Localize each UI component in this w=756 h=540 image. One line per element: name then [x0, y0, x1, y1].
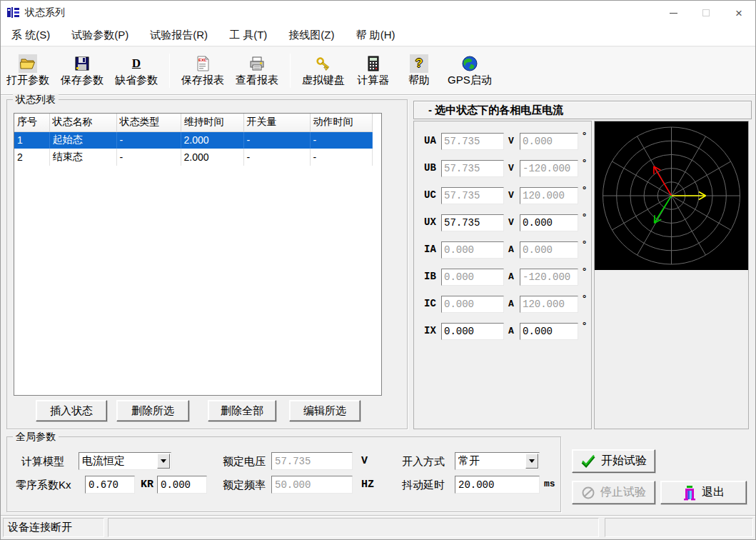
rated-voltage-unit: V — [361, 455, 368, 467]
input-mode-label: 开入方式 — [402, 455, 445, 469]
delete-selected-button[interactable]: 删除所选 — [116, 400, 189, 421]
ia-angle-input — [520, 241, 578, 259]
insert-state-button[interactable]: 插入状态 — [36, 400, 107, 421]
field-label: IA — [424, 244, 436, 255]
open-params-button[interactable]: 打开参数 — [1, 53, 55, 89]
calc-model-combobox[interactable]: 电流恒定 — [79, 452, 171, 470]
col-header[interactable]: 状态类型 — [116, 114, 181, 131]
jitter-delay-label: 抖动延时 — [402, 479, 445, 492]
rated-voltage-input — [271, 452, 353, 470]
phasor-panel — [594, 121, 749, 429]
field-unit: A — [508, 326, 514, 336]
field-row-ix: IX A ° — [414, 323, 591, 340]
window-title: 状态系列 — [25, 6, 65, 19]
open-folder-icon — [19, 54, 37, 73]
menu-test-report[interactable]: 试验报告(R) — [139, 25, 218, 46]
phasor-display — [595, 121, 748, 270]
input-mode-combobox[interactable]: 常开 — [455, 452, 540, 470]
global-params-group-title: 全局参数 — [13, 431, 59, 444]
default-params-button[interactable]: D 缺省参数 — [109, 53, 163, 89]
uc-value-input — [441, 187, 504, 204]
cell: - — [243, 149, 310, 166]
degree-symbol: ° — [583, 293, 586, 304]
toolbar-separator — [169, 54, 170, 88]
menu-tools[interactable]: 工 具(T) — [218, 25, 278, 46]
chevron-down-icon[interactable] — [157, 454, 170, 469]
ix-value-input[interactable] — [441, 323, 504, 340]
ix-angle-input[interactable] — [520, 323, 578, 340]
col-header[interactable]: 维持时间 — [181, 114, 243, 131]
ub-angle-input — [520, 160, 578, 177]
view-report-button[interactable]: 查看报表 — [230, 53, 284, 89]
field-unit: A — [508, 244, 514, 255]
menu-help[interactable]: 帮 助(H) — [345, 25, 405, 46]
save-params-button[interactable]: 保存参数 — [55, 53, 109, 89]
status-connection: 设备连接断开 — [3, 518, 104, 537]
virtual-keyboard-button[interactable]: 虚拟键盘 — [296, 53, 351, 89]
field-row-ua: UA V ° — [414, 133, 591, 150]
cell: - — [116, 149, 181, 166]
field-row-uc: UC V ° — [414, 187, 591, 204]
exit-door-icon — [682, 485, 697, 501]
cell: 起始态 — [49, 131, 116, 149]
ib-angle-input — [520, 269, 578, 286]
delete-all-button[interactable]: 删除全部 — [208, 400, 276, 421]
degree-symbol: ° — [583, 157, 586, 168]
state-table[interactable]: 序号 状态名称 状态类型 维持时间 开关量 动作时间 1 起始态 - 2.000 — [14, 113, 382, 396]
field-unit: V — [508, 163, 514, 174]
save-icon — [73, 54, 91, 73]
table-row[interactable]: 2 结束态 - 2.000 - - — [14, 149, 372, 166]
toolbar-label: 计算器 — [358, 74, 390, 87]
menu-test-params[interactable]: 试验参数(P) — [61, 25, 139, 46]
phase-panel-header: - 选中状态下的各相电压电流 — [413, 101, 752, 119]
degree-symbol: ° — [583, 266, 586, 276]
close-button[interactable]: × — [722, 1, 755, 25]
calculator-button[interactable]: 计算器 — [351, 53, 396, 89]
start-test-button[interactable]: 开始试验 — [572, 449, 655, 473]
degree-symbol: ° — [583, 211, 586, 222]
uc-angle-input — [520, 187, 578, 204]
exit-button[interactable]: 退出 — [660, 481, 747, 504]
cell: 1 — [14, 131, 49, 149]
menu-system[interactable]: 系 统(S) — [1, 25, 61, 46]
menu-wiring-diagram[interactable]: 接线图(Z) — [278, 25, 345, 46]
default-params-icon: D — [127, 54, 146, 73]
ux-angle-input[interactable] — [520, 214, 578, 231]
kr-input[interactable] — [157, 476, 207, 494]
minimize-button[interactable] — [657, 1, 690, 25]
ua-value-input — [441, 133, 504, 150]
cell: - — [116, 131, 181, 149]
status-extra — [605, 518, 753, 537]
stop-test-button: 停止试验 — [572, 481, 655, 504]
start-test-label: 开始试验 — [601, 454, 647, 469]
exit-label: 退出 — [702, 485, 725, 500]
minimize-icon — [670, 13, 677, 14]
save-report-button[interactable]: EXL 保存报表 — [176, 53, 230, 89]
zero-seq-input[interactable] — [85, 476, 135, 494]
toolbar-label: 虚拟键盘 — [302, 74, 345, 87]
help-icon: ? — [410, 54, 428, 73]
ux-value-input[interactable] — [441, 214, 504, 231]
col-header[interactable]: 状态名称 — [49, 114, 116, 131]
toolbar-label: 保存报表 — [181, 74, 224, 87]
col-header[interactable]: 开关量 — [243, 114, 310, 131]
col-header[interactable]: 动作时间 — [310, 114, 372, 131]
field-label: IB — [424, 271, 436, 282]
cell: 2.000 — [181, 149, 243, 166]
table-row[interactable]: 1 起始态 - 2.000 - - — [14, 131, 372, 149]
gps-start-button[interactable]: GPS启动 — [442, 53, 498, 89]
edit-selected-button[interactable]: 编辑所选 — [289, 400, 361, 421]
state-list-group-title: 状态列表 — [13, 94, 59, 106]
col-header[interactable]: 序号 — [14, 114, 49, 131]
jitter-delay-input[interactable] — [455, 476, 540, 494]
menu-bar: 系 统(S) 试验参数(P) 试验报告(R) 工 具(T) 接线图(Z) 帮 助… — [1, 25, 755, 46]
chevron-down-icon[interactable] — [525, 454, 538, 469]
key-icon — [314, 54, 333, 73]
title-bar: 状态系列 × — [1, 1, 755, 25]
field-row-ic: IC A ° — [414, 296, 591, 313]
ia-value-input — [441, 241, 504, 259]
help-button[interactable]: ? 帮助 — [396, 53, 442, 89]
rated-freq-input — [271, 476, 353, 494]
calculator-icon — [364, 54, 383, 73]
cell: - — [310, 131, 372, 149]
